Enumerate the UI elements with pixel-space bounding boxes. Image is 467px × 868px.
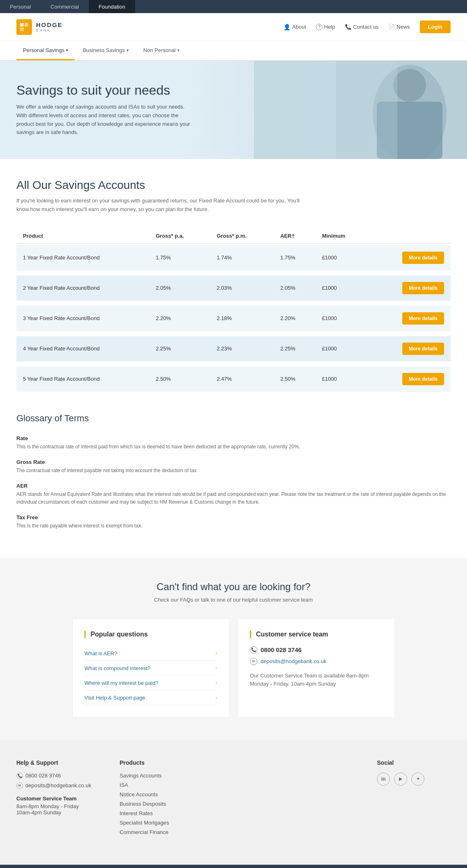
- chevron-right-icon: ›: [215, 650, 217, 656]
- cell-action: More details: [370, 275, 451, 301]
- phone-icon: 📞: [250, 646, 257, 654]
- svg-rect-0: [20, 23, 24, 27]
- news-icon: 📄: [388, 24, 395, 30]
- cell-gross-pm: 2.03%: [210, 275, 274, 301]
- glossary-term: Tax Free: [16, 514, 451, 520]
- contact-link[interactable]: 📞 Contact us: [345, 24, 379, 30]
- phone-icon: 📞: [345, 24, 351, 30]
- popular-question-item[interactable]: Visit Help & Support page›: [84, 691, 217, 705]
- twitter-icon[interactable]: ✦: [411, 773, 424, 786]
- more-details-button[interactable]: More details: [402, 343, 444, 355]
- footer-help-title: Help & Support: [16, 759, 107, 766]
- customer-service-card: Customer service team 📞 0800 028 3746 ✉ …: [238, 619, 394, 717]
- cell-minimum: £1000: [315, 366, 370, 392]
- customer-service-hours: Our Customer Service Team is available 8…: [250, 672, 383, 689]
- table-row: 3 Year Fixed Rate Account/Bond 2.20% 2.1…: [16, 306, 451, 331]
- secondary-nav-non-personal[interactable]: Non Personal ▾: [137, 41, 186, 60]
- footer-grid: Help & Support 📞 0800 028 3746 ✉ deposit…: [16, 759, 451, 838]
- cell-product: 1 Year Fixed Rate Account/Bond: [16, 245, 149, 270]
- footer-product-item[interactable]: Notice Accounts: [120, 791, 210, 798]
- cta-section: Can't find what you are looking for? Che…: [0, 558, 467, 740]
- footer-products-title: Products: [120, 759, 210, 766]
- secondary-nav-personal-savings[interactable]: Personal Savings ▾: [16, 41, 75, 60]
- cell-action: More details: [370, 366, 451, 392]
- footer-social: Social in ▶ ✦: [377, 759, 451, 838]
- cta-text: Check our FAQs or talk to one of our hel…: [16, 597, 451, 603]
- cell-minimum: £1000: [315, 306, 370, 331]
- chevron-down-icon: ▾: [66, 48, 68, 52]
- glossary-term: Rate: [16, 435, 451, 441]
- cell-aer: 2.25%: [274, 336, 315, 361]
- popular-question-item[interactable]: What is compound interest?›: [84, 661, 217, 676]
- footer-products: Products Savings AccountsISANotice Accou…: [120, 759, 210, 838]
- col-aer: AER†: [274, 229, 315, 243]
- footer-product-item[interactable]: Interest Rates: [120, 810, 210, 816]
- footer-product-item[interactable]: Commercial Finance: [120, 829, 210, 835]
- top-nav-personal[interactable]: Personal: [0, 0, 41, 13]
- cell-minimum: £1000: [315, 245, 370, 270]
- hero-section: Savings to suit your needs We offer a wi…: [0, 61, 467, 159]
- hero-text: We offer a wide range of savings account…: [16, 103, 197, 137]
- footer-product-item[interactable]: Savings Accounts: [120, 773, 210, 779]
- table-row: 5 Year Fixed Rate Account/Bond 2.50% 2.4…: [16, 366, 451, 392]
- top-nav-foundation[interactable]: Foundation: [89, 0, 135, 13]
- glossary-def: This is the rate payable where interest …: [16, 522, 451, 530]
- table-row: 4 Year Fixed Rate Account/Bond 2.25% 2.2…: [16, 336, 451, 361]
- login-button[interactable]: Login: [420, 20, 451, 33]
- col-minimum: Minimum: [315, 229, 370, 243]
- popular-question-item[interactable]: Where will my interest be paid?›: [84, 676, 217, 691]
- more-details-button[interactable]: More details: [402, 252, 444, 264]
- savings-section-desc: If you're looking to earn interest on yo…: [16, 197, 311, 214]
- top-nav-commercial[interactable]: Commercial: [41, 0, 88, 13]
- cta-title: Can't find what you are looking for?: [16, 581, 451, 593]
- cell-aer: 1.75%: [274, 245, 315, 270]
- glossary-item: Gross Rate The contractual rate of inter…: [16, 459, 451, 475]
- about-link[interactable]: 👤 About: [283, 24, 306, 30]
- glossary-item: Tax Free This is the rate payable where …: [16, 514, 451, 530]
- email-icon: ✉: [250, 658, 257, 665]
- cell-gross-pa: 2.25%: [149, 336, 210, 361]
- savings-section-title: All Our Savings Accounts: [16, 179, 451, 192]
- secondary-nav: Personal Savings ▾ Business Savings ▾ No…: [0, 41, 467, 61]
- cell-product: 5 Year Fixed Rate Account/Bond: [16, 366, 149, 392]
- footer-product-item[interactable]: Business Desposits: [120, 801, 210, 807]
- cell-minimum: £1000: [315, 275, 370, 301]
- table-row: 2 Year Fixed Rate Account/Bond 2.05% 2.0…: [16, 275, 451, 301]
- cell-gross-pa: 2.20%: [149, 306, 210, 331]
- linkedin-icon[interactable]: in: [377, 773, 390, 786]
- more-details-button[interactable]: More details: [402, 282, 444, 294]
- svg-rect-1: [25, 23, 28, 27]
- help-link[interactable]: ? Help: [316, 24, 335, 30]
- glossary-def: AER stands for Annual Equivalent Rate an…: [16, 491, 451, 506]
- cta-cards: Popular questions What is AER?›What is c…: [16, 619, 451, 717]
- cell-aer: 2.20%: [274, 306, 315, 331]
- cell-action: More details: [370, 306, 451, 331]
- glossary-item: AER AER stands for Annual Equivalent Rat…: [16, 483, 451, 506]
- footer-product-item[interactable]: Specialist Mortgages: [120, 820, 210, 826]
- svg-point-5: [393, 69, 426, 102]
- logo: HODGE BANK: [16, 19, 63, 35]
- footer-social-title: Social: [377, 759, 451, 766]
- table-row: 1 Year Fixed Rate Account/Bond 1.75% 1.7…: [16, 245, 451, 270]
- footer-product-item[interactable]: ISA: [120, 782, 210, 788]
- bottom-footer: CookiesPrivacyCareersAccessibilityLegalS…: [0, 865, 467, 868]
- cell-aer: 2.05%: [274, 275, 315, 301]
- cell-gross-pm: 1.74%: [210, 245, 274, 270]
- cell-aer: 2.50%: [274, 366, 315, 392]
- youtube-icon[interactable]: ▶: [394, 773, 407, 786]
- popular-question-item[interactable]: What is AER?›: [84, 646, 217, 661]
- footer: Help & Support 📞 0800 028 3746 ✉ deposit…: [0, 740, 467, 865]
- col-gross-pa: Gross* p.a.: [149, 229, 210, 243]
- hero-content: Savings to suit your needs We offer a wi…: [0, 66, 213, 153]
- news-link[interactable]: 📄 News: [388, 24, 410, 30]
- chevron-right-icon: ›: [215, 695, 217, 700]
- cell-gross-pm: 2.47%: [210, 366, 274, 392]
- cell-product: 4 Year Fixed Rate Account/Bond: [16, 336, 149, 361]
- more-details-button[interactable]: More details: [402, 312, 444, 325]
- secondary-nav-business-savings[interactable]: Business Savings ▾: [76, 41, 135, 60]
- customer-service-phone: 📞 0800 028 3746: [250, 646, 383, 654]
- popular-questions-title: Popular questions: [84, 631, 217, 638]
- hero-image: [254, 61, 467, 159]
- more-details-button[interactable]: More details: [402, 373, 444, 385]
- chevron-down-icon: ▾: [177, 48, 179, 52]
